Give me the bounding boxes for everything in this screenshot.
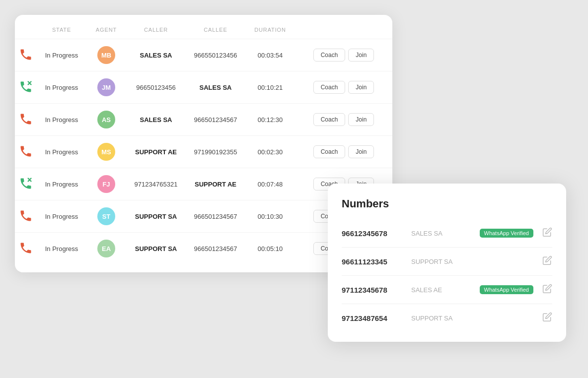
callee-value: 966550123456 — [194, 52, 237, 59]
table-row: In ProgressJM96650123456SALES SA00:10:21… — [15, 71, 392, 104]
phone-icon-cell — [15, 136, 37, 168]
duration-value: 00:03:54 — [258, 52, 283, 59]
caller-cell: 96650123456 — [126, 71, 186, 104]
list-item: 96612345678 SALES SA WhatsApp Verified — [342, 219, 552, 248]
avatar: FJ — [97, 175, 115, 193]
number-label: SALES SA — [411, 230, 475, 237]
phone-outgoing-icon — [19, 209, 33, 223]
whatsapp-badge: WhatsApp Verified — [480, 285, 534, 294]
agent-cell: MB — [86, 39, 126, 71]
callee-cell: 971990192355 — [186, 136, 245, 168]
number-label: SALES AE — [411, 286, 475, 294]
duration-cell: 00:10:30 — [245, 200, 295, 233]
duration-cell: 00:05:10 — [245, 233, 295, 265]
state-text: In Progress — [45, 52, 78, 59]
agent-cell: AS — [86, 104, 126, 136]
state-text: In Progress — [45, 181, 78, 188]
edit-icon[interactable] — [542, 284, 552, 296]
state-cell: In Progress — [37, 136, 86, 168]
caller-value: 971234765321 — [135, 181, 178, 188]
duration-cell: 00:07:48 — [245, 168, 295, 200]
avatar: MS — [97, 143, 115, 161]
duration-value: 00:02:30 — [258, 148, 283, 156]
numbers-card: Numbers 96612345678 SALES SA WhatsApp Ve… — [328, 184, 566, 342]
callee-cell: SUPPORT AE — [186, 168, 245, 200]
edit-icon[interactable] — [542, 255, 552, 267]
avatar: ST — [97, 207, 115, 225]
col-callee: CALLEE — [186, 27, 245, 39]
state-cell: In Progress — [37, 104, 86, 136]
state-text: In Progress — [45, 116, 78, 124]
callee-value: 966501234567 — [194, 213, 237, 220]
agent-cell: EA — [86, 233, 126, 265]
action-cell: Coach Join — [295, 39, 392, 71]
action-buttons: Coach Join — [299, 145, 388, 158]
join-button[interactable]: Join — [348, 145, 374, 158]
action-cell: Coach Join — [295, 136, 392, 168]
duration-value: 00:07:48 — [258, 181, 283, 188]
col-caller: CALLER — [126, 27, 186, 39]
agent-cell: FJ — [86, 168, 126, 200]
avatar: AS — [97, 111, 115, 128]
duration-value: 00:10:30 — [258, 213, 283, 220]
callee-value: SUPPORT AE — [195, 181, 236, 188]
coach-button[interactable]: Coach — [313, 81, 346, 94]
state-text: In Progress — [45, 245, 78, 252]
caller-value: SUPPORT AE — [135, 148, 177, 156]
coach-button[interactable]: Coach — [313, 145, 346, 158]
callee-cell: 966501234567 — [186, 233, 245, 265]
caller-cell: SALES SA — [126, 39, 186, 71]
caller-cell: SUPPORT SA — [126, 200, 186, 233]
col-duration: DURATION — [245, 27, 295, 39]
phone-outgoing-icon — [19, 241, 33, 255]
caller-cell: SUPPORT AE — [126, 136, 186, 168]
number-label: SUPPORT SA — [411, 315, 470, 322]
list-item: 96611123345 SUPPORT SA — [342, 248, 552, 276]
phone-icon-cell — [15, 104, 37, 136]
caller-value: SALES SA — [140, 52, 172, 59]
action-buttons: Coach Join — [299, 49, 388, 62]
coach-button[interactable]: Coach — [313, 49, 346, 62]
join-button[interactable]: Join — [348, 81, 374, 94]
phone-icon-cell — [15, 168, 37, 200]
numbers-list: 96612345678 SALES SA WhatsApp Verified 9… — [342, 219, 552, 332]
callee-value: 966501234567 — [194, 245, 237, 252]
table-row: In ProgressMSSUPPORT AE97199019235500:02… — [15, 136, 392, 168]
callee-value: 971990192355 — [194, 148, 237, 156]
caller-value: SALES SA — [140, 116, 172, 124]
coach-button[interactable]: Coach — [313, 113, 346, 126]
state-cell: In Progress — [37, 71, 86, 104]
state-cell: In Progress — [37, 39, 86, 71]
state-text: In Progress — [45, 84, 78, 91]
callee-value: 966501234567 — [194, 116, 237, 124]
phone-outgoing-icon — [19, 48, 33, 62]
callee-cell: 966501234567 — [186, 200, 245, 233]
phone-number: 97112345678 — [342, 286, 406, 294]
numbers-title: Numbers — [342, 197, 552, 210]
duration-value: 00:05:10 — [258, 245, 283, 252]
callee-cell: 966501234567 — [186, 104, 245, 136]
callee-value: SALES SA — [199, 84, 231, 91]
phone-outgoing-icon — [19, 112, 33, 126]
state-cell: In Progress — [37, 200, 86, 233]
edit-icon[interactable] — [542, 227, 552, 239]
edit-icon[interactable] — [542, 312, 552, 324]
caller-value: SUPPORT SA — [135, 245, 177, 252]
phone-number: 97123487654 — [342, 314, 406, 322]
state-text: In Progress — [45, 213, 78, 220]
col-icon — [15, 27, 37, 39]
table-row: In ProgressMBSALES SA96655012345600:03:5… — [15, 39, 392, 71]
number-label: SUPPORT SA — [411, 258, 470, 265]
col-actions — [295, 27, 392, 39]
join-button[interactable]: Join — [348, 49, 374, 62]
action-buttons: Coach Join — [299, 81, 388, 94]
duration-cell: 00:03:54 — [245, 39, 295, 71]
avatar: EA — [97, 240, 115, 257]
duration-cell: 00:10:21 — [245, 71, 295, 104]
action-cell: Coach Join — [295, 104, 392, 136]
avatar: MB — [97, 46, 115, 64]
caller-cell: SUPPORT SA — [126, 233, 186, 265]
join-button[interactable]: Join — [348, 113, 374, 126]
agent-cell: JM — [86, 71, 126, 104]
agent-cell: ST — [86, 200, 126, 233]
